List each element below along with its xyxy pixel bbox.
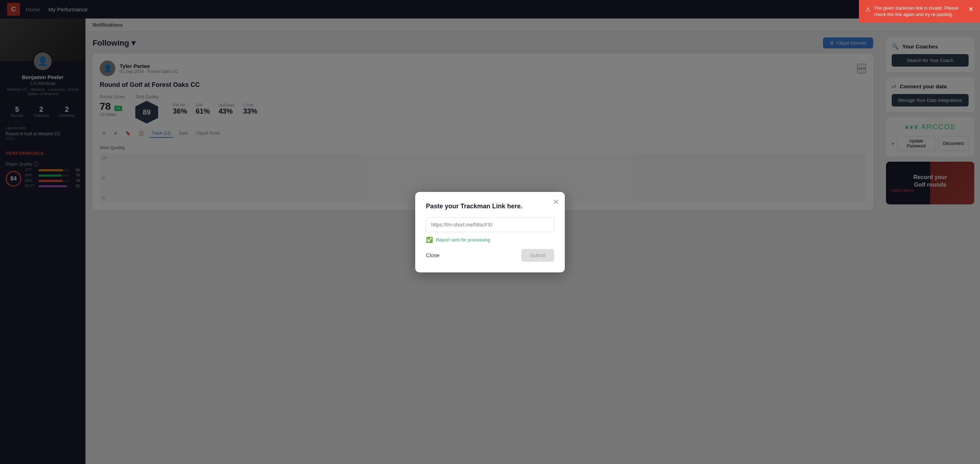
warning-icon: ⚠ — [865, 6, 870, 14]
trackman-modal: ✕ Paste your Trackman Link here. ✅ Repor… — [415, 192, 565, 272]
error-toast: ⚠ The given trackman link is invalid. Pl… — [859, 0, 980, 23]
success-text: Report sent for processing — [436, 237, 490, 243]
modal-title: Paste your Trackman Link here. — [426, 203, 554, 210]
modal-success-message: ✅ Report sent for processing — [426, 237, 554, 243]
trackman-link-input[interactable] — [426, 217, 554, 232]
success-check-icon: ✅ — [426, 237, 433, 243]
modal-submit-button[interactable]: Submit — [521, 249, 554, 262]
modal-overlay: ✕ Paste your Trackman Link here. ✅ Repor… — [0, 0, 980, 464]
modal-actions: Close Submit — [426, 249, 554, 262]
modal-close-button[interactable]: Close — [426, 252, 439, 258]
toast-message: The given trackman link is invalid. Plea… — [874, 5, 965, 18]
modal-close-x-button[interactable]: ✕ — [553, 198, 559, 206]
toast-close-button[interactable]: ✕ — [968, 5, 974, 14]
